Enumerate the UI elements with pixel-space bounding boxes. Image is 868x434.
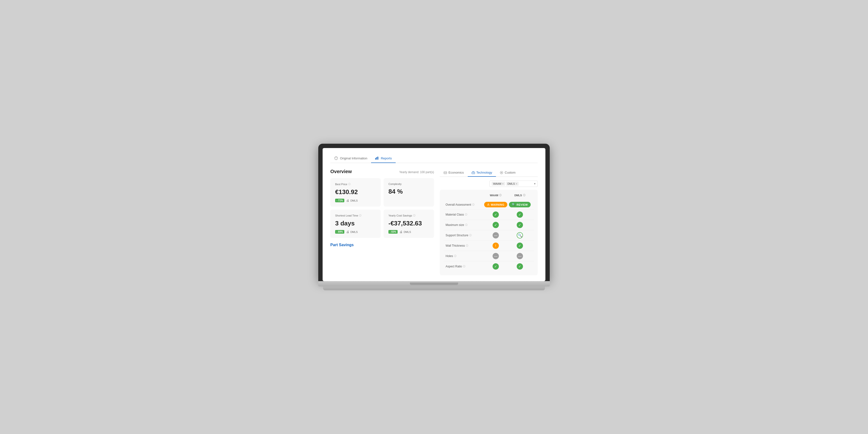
material-class-dmls: ✓ bbox=[508, 212, 532, 218]
table-row-holes: Holes ⓘ — — bbox=[444, 251, 534, 261]
svg-point-7 bbox=[473, 173, 473, 173]
support-info-icon[interactable]: ⓘ bbox=[469, 234, 472, 237]
table-row-max-size: Maximum size ⓘ ✓ ✓ bbox=[444, 220, 534, 230]
table-row-material-class: Material Class ⓘ ✓ ✓ bbox=[444, 210, 534, 220]
tab-reports[interactable]: Reports bbox=[371, 154, 396, 163]
waam-info-icon[interactable]: ⓘ bbox=[499, 194, 501, 197]
table-row-support-structure: Support Structure ⓘ — 🔍 bbox=[444, 230, 534, 241]
filter-chevron-icon[interactable]: ▾ bbox=[534, 182, 535, 185]
cost-savings-badge: - 83% bbox=[389, 230, 398, 234]
complexity-card: Complexity 84 % bbox=[383, 178, 434, 207]
best-price-label: Best Price ⓘ bbox=[335, 183, 376, 186]
original-info-label: Original Information bbox=[340, 156, 367, 160]
lead-time-label: Shortest Lead Time ⓘ bbox=[335, 214, 376, 217]
filter-chips-container[interactable]: WAAM × DMLS × ▾ bbox=[490, 181, 538, 187]
support-waam: — bbox=[484, 232, 508, 239]
printer-icon-3: 🖨 bbox=[400, 230, 403, 234]
economics-icon bbox=[444, 171, 447, 174]
tab-technology[interactable]: Technology bbox=[468, 169, 496, 177]
svg-rect-5 bbox=[445, 173, 446, 173]
lead-time-card: Shortest Lead Time ⓘ 3 days - 89% 🖨 DMLS bbox=[330, 210, 381, 238]
tab-custom[interactable]: Custom bbox=[496, 169, 519, 177]
screen: Original Information Reports bbox=[322, 148, 546, 281]
chip-waam[interactable]: WAAM × bbox=[492, 182, 505, 186]
aspect-waam: ✓ bbox=[484, 263, 508, 270]
status-gray-icon: — bbox=[517, 253, 523, 259]
status-green-icon: ✓ bbox=[493, 263, 499, 270]
lead-time-value: 3 days bbox=[335, 220, 376, 227]
top-tab-bar: Original Information Reports bbox=[330, 154, 538, 163]
complexity-label: Complexity bbox=[389, 183, 429, 185]
holes-dmls: — bbox=[508, 253, 532, 259]
row-label-holes: Holes ⓘ bbox=[445, 254, 484, 258]
lead-time-info-icon[interactable]: ⓘ bbox=[359, 214, 362, 217]
best-price-footer: - 71% 🖨 DMLS bbox=[335, 199, 376, 202]
best-price-badge: - 71% bbox=[335, 199, 344, 202]
status-green-icon: ✓ bbox=[517, 243, 523, 249]
svg-rect-4 bbox=[444, 173, 445, 173]
technology-icon bbox=[472, 171, 475, 174]
col-header-waam: WAAM ⓘ bbox=[484, 194, 508, 197]
row-label-wall-thickness: Wall Thickness ⓘ bbox=[445, 244, 484, 247]
tab-economics[interactable]: Economics bbox=[440, 169, 468, 177]
best-price-info-icon[interactable]: ⓘ bbox=[348, 183, 350, 186]
row-label-overall: Overall Assessment ⓘ bbox=[445, 203, 484, 207]
cost-savings-card: Yearly Cost Savings ⓘ -€37,532.63 - 83% … bbox=[383, 210, 434, 238]
cost-savings-footer: - 83% 🖨 DMLS bbox=[389, 230, 429, 234]
table-row-overall: Overall Assessment ⓘ ⚠ WARNING bbox=[444, 200, 534, 210]
col-header-dmls: DMLS ⓘ bbox=[508, 194, 532, 197]
table-row-wall-thickness: Wall Thickness ⓘ ! ✓ bbox=[444, 241, 534, 251]
part-savings-section: Part Savings bbox=[330, 243, 434, 247]
cost-savings-info-icon[interactable]: ⓘ bbox=[413, 214, 415, 217]
svg-point-9 bbox=[501, 172, 502, 173]
holes-info-icon[interactable]: ⓘ bbox=[454, 254, 457, 258]
main-layout: Overview Yearly demand: 100 part(s) Best… bbox=[330, 169, 538, 275]
aspect-info-icon[interactable]: ⓘ bbox=[463, 265, 465, 268]
printer-icon: 🖨 bbox=[346, 199, 349, 202]
wall-info-icon[interactable]: ⓘ bbox=[466, 244, 468, 247]
svg-rect-2 bbox=[378, 157, 378, 160]
row-label-support-structure: Support Structure ⓘ bbox=[445, 234, 484, 237]
custom-icon bbox=[500, 171, 503, 174]
wall-waam: ! bbox=[484, 243, 508, 249]
overall-dmls-value: 🔍 REVIEW bbox=[508, 202, 532, 207]
complexity-value: 84 % bbox=[389, 188, 429, 195]
material-class-info-icon[interactable]: ⓘ bbox=[465, 213, 467, 216]
row-label-material-class: Material Class ⓘ bbox=[445, 213, 484, 216]
laptop-frame: Original Information Reports bbox=[318, 144, 550, 290]
row-label-aspect-ratio: Aspect Ratio ⓘ bbox=[445, 265, 484, 268]
row-label-max-size: Maximum size ⓘ bbox=[445, 223, 484, 227]
status-green-icon: ✓ bbox=[517, 212, 523, 218]
app-content: Original Information Reports bbox=[322, 148, 546, 281]
cost-savings-label: Yearly Cost Savings ⓘ bbox=[389, 214, 429, 217]
chip-dmls[interactable]: DMLS × bbox=[506, 182, 519, 186]
cost-savings-value: -€37,532.63 bbox=[389, 220, 429, 227]
table-header: WAAM ⓘ DMLS ⓘ bbox=[444, 194, 534, 197]
aspect-dmls: ✓ bbox=[508, 263, 532, 270]
laptop-hinge bbox=[410, 283, 458, 285]
status-green-icon: ✓ bbox=[493, 212, 499, 218]
table-row-aspect-ratio: Aspect Ratio ⓘ ✓ ✓ bbox=[444, 261, 534, 272]
metrics-grid: Best Price ⓘ €130.92 - 71% 🖨 DMLS bbox=[330, 178, 434, 238]
max-size-info-icon[interactable]: ⓘ bbox=[465, 223, 467, 227]
lead-time-badge: - 89% bbox=[335, 230, 344, 234]
tab-original-info[interactable]: Original Information bbox=[330, 154, 371, 163]
dmls-info-icon[interactable]: ⓘ bbox=[523, 194, 525, 197]
overall-info-icon[interactable]: ⓘ bbox=[472, 203, 474, 207]
laptop-base bbox=[318, 281, 550, 286]
best-price-card: Best Price ⓘ €130.92 - 71% 🖨 DMLS bbox=[330, 178, 381, 207]
lead-time-footer: - 89% 🖨 DMLS bbox=[335, 230, 376, 234]
overview-title: Overview bbox=[330, 169, 352, 174]
status-gray-icon: — bbox=[493, 253, 499, 259]
chip-dmls-close[interactable]: × bbox=[516, 183, 517, 185]
support-dmls: 🔍 bbox=[508, 232, 532, 239]
svg-rect-0 bbox=[375, 158, 376, 160]
overview-header: Overview Yearly demand: 100 part(s) bbox=[330, 169, 434, 174]
best-price-machine: 🖨 DMLS bbox=[346, 199, 358, 202]
overall-waam-value: ⚠ WARNING bbox=[484, 202, 508, 207]
chip-waam-close[interactable]: × bbox=[502, 183, 504, 185]
material-class-waam: ✓ bbox=[484, 212, 508, 218]
max-size-dmls: ✓ bbox=[508, 222, 532, 228]
comparison-table: WAAM ⓘ DMLS ⓘ bbox=[440, 190, 538, 275]
warning-badge: ⚠ WARNING bbox=[484, 202, 507, 207]
